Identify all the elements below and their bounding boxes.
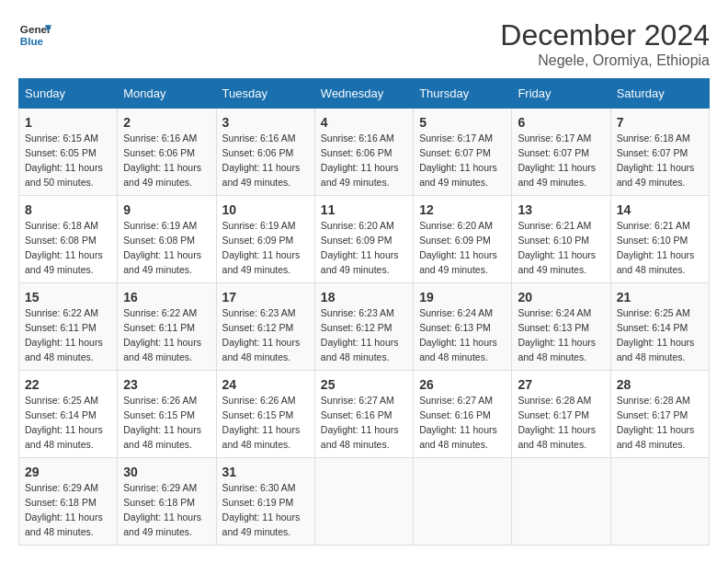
day-number: 18 xyxy=(321,288,407,306)
day-number: 27 xyxy=(518,375,604,394)
day-number: 5 xyxy=(419,113,506,132)
calendar-cell: 9Sunrise: 6:19 AM Sunset: 6:08 PM Daylig… xyxy=(118,196,216,283)
calendar-cell: 7Sunrise: 6:18 AM Sunset: 6:07 PM Daylig… xyxy=(610,109,709,196)
day-info: Sunrise: 6:18 AM Sunset: 6:07 PM Dayligh… xyxy=(617,132,695,188)
svg-text:General: General xyxy=(20,23,51,35)
day-number: 21 xyxy=(617,288,703,306)
day-number: 28 xyxy=(617,375,703,394)
weekday-header-row: SundayMondayTuesdayWednesdayThursdayFrid… xyxy=(19,79,710,109)
title-block: December 2024 Negele, Oromiya, Ethiopia xyxy=(500,18,710,69)
day-number: 12 xyxy=(419,201,506,219)
day-info: Sunrise: 6:27 AM Sunset: 6:16 PM Dayligh… xyxy=(321,395,399,450)
day-info: Sunrise: 6:15 AM Sunset: 6:05 PM Dayligh… xyxy=(25,132,103,188)
logo-icon: General Blue xyxy=(18,18,51,52)
day-number: 1 xyxy=(25,113,111,132)
day-number: 17 xyxy=(222,288,309,306)
day-info: Sunrise: 6:18 AM Sunset: 6:08 PM Dayligh… xyxy=(25,220,103,275)
calendar-table: SundayMondayTuesdayWednesdayThursdayFrid… xyxy=(18,78,710,546)
day-number: 16 xyxy=(123,288,210,306)
day-info: Sunrise: 6:24 AM Sunset: 6:13 PM Dayligh… xyxy=(518,307,596,362)
svg-text:Blue: Blue xyxy=(20,35,44,47)
weekday-header: Friday xyxy=(512,79,610,109)
day-number: 7 xyxy=(617,113,703,132)
day-info: Sunrise: 6:22 AM Sunset: 6:11 PM Dayligh… xyxy=(123,307,201,362)
day-info: Sunrise: 6:28 AM Sunset: 6:17 PM Dayligh… xyxy=(617,395,695,450)
calendar-cell: 3Sunrise: 6:16 AM Sunset: 6:06 PM Daylig… xyxy=(216,109,314,196)
calendar-week-row: 15Sunrise: 6:22 AM Sunset: 6:11 PM Dayli… xyxy=(19,283,710,371)
calendar-week-row: 8Sunrise: 6:18 AM Sunset: 6:08 PM Daylig… xyxy=(19,196,710,283)
day-info: Sunrise: 6:22 AM Sunset: 6:11 PM Dayligh… xyxy=(25,307,103,362)
weekday-header: Wednesday xyxy=(314,79,413,109)
day-info: Sunrise: 6:26 AM Sunset: 6:15 PM Dayligh… xyxy=(123,395,201,450)
calendar-cell: 2Sunrise: 6:16 AM Sunset: 6:06 PM Daylig… xyxy=(118,109,216,196)
day-number: 29 xyxy=(25,463,111,481)
calendar-cell xyxy=(610,458,709,546)
calendar-cell: 27Sunrise: 6:28 AM Sunset: 6:17 PM Dayli… xyxy=(512,371,610,458)
calendar-cell: 15Sunrise: 6:22 AM Sunset: 6:11 PM Dayli… xyxy=(19,283,118,371)
day-number: 8 xyxy=(25,201,111,219)
calendar-cell: 31Sunrise: 6:30 AM Sunset: 6:19 PM Dayli… xyxy=(216,458,314,546)
day-number: 26 xyxy=(419,375,506,394)
calendar-cell: 24Sunrise: 6:26 AM Sunset: 6:15 PM Dayli… xyxy=(216,371,314,458)
day-number: 14 xyxy=(617,201,703,219)
day-info: Sunrise: 6:20 AM Sunset: 6:09 PM Dayligh… xyxy=(321,220,399,275)
day-number: 25 xyxy=(321,375,407,394)
day-info: Sunrise: 6:27 AM Sunset: 6:16 PM Dayligh… xyxy=(419,395,497,450)
calendar-week-row: 1Sunrise: 6:15 AM Sunset: 6:05 PM Daylig… xyxy=(19,109,710,196)
page-header: General Blue December 2024 Negele, Oromi… xyxy=(18,18,710,69)
weekday-header: Sunday xyxy=(19,79,118,109)
day-number: 19 xyxy=(419,288,506,306)
day-info: Sunrise: 6:24 AM Sunset: 6:13 PM Dayligh… xyxy=(419,307,497,362)
day-info: Sunrise: 6:19 AM Sunset: 6:09 PM Dayligh… xyxy=(222,220,301,275)
calendar-cell: 16Sunrise: 6:22 AM Sunset: 6:11 PM Dayli… xyxy=(118,283,216,371)
calendar-cell: 14Sunrise: 6:21 AM Sunset: 6:10 PM Dayli… xyxy=(610,196,709,283)
calendar-cell xyxy=(414,458,512,546)
calendar-cell: 25Sunrise: 6:27 AM Sunset: 6:16 PM Dayli… xyxy=(314,371,413,458)
day-number: 4 xyxy=(321,113,407,132)
day-info: Sunrise: 6:17 AM Sunset: 6:07 PM Dayligh… xyxy=(518,132,596,188)
calendar-cell: 18Sunrise: 6:23 AM Sunset: 6:12 PM Dayli… xyxy=(314,283,413,371)
day-info: Sunrise: 6:17 AM Sunset: 6:07 PM Dayligh… xyxy=(419,132,497,188)
logo: General Blue xyxy=(18,18,51,52)
day-number: 2 xyxy=(123,113,210,132)
day-info: Sunrise: 6:21 AM Sunset: 6:10 PM Dayligh… xyxy=(617,220,695,275)
day-number: 9 xyxy=(123,201,210,219)
day-info: Sunrise: 6:21 AM Sunset: 6:10 PM Dayligh… xyxy=(518,220,596,275)
calendar-cell: 1Sunrise: 6:15 AM Sunset: 6:05 PM Daylig… xyxy=(19,109,118,196)
calendar-cell: 8Sunrise: 6:18 AM Sunset: 6:08 PM Daylig… xyxy=(19,196,118,283)
day-info: Sunrise: 6:29 AM Sunset: 6:18 PM Dayligh… xyxy=(25,482,103,537)
calendar-cell: 11Sunrise: 6:20 AM Sunset: 6:09 PM Dayli… xyxy=(314,196,413,283)
calendar-week-row: 22Sunrise: 6:25 AM Sunset: 6:14 PM Dayli… xyxy=(19,371,710,458)
day-info: Sunrise: 6:23 AM Sunset: 6:12 PM Dayligh… xyxy=(222,307,301,362)
day-number: 6 xyxy=(518,113,604,132)
weekday-header: Saturday xyxy=(610,79,709,109)
weekday-header: Thursday xyxy=(414,79,512,109)
weekday-header: Tuesday xyxy=(216,79,314,109)
calendar-cell: 23Sunrise: 6:26 AM Sunset: 6:15 PM Dayli… xyxy=(118,371,216,458)
weekday-header: Monday xyxy=(118,79,216,109)
day-number: 13 xyxy=(518,201,604,219)
day-info: Sunrise: 6:16 AM Sunset: 6:06 PM Dayligh… xyxy=(123,132,201,188)
calendar-cell: 12Sunrise: 6:20 AM Sunset: 6:09 PM Dayli… xyxy=(414,196,512,283)
day-number: 24 xyxy=(222,375,309,394)
calendar-cell: 21Sunrise: 6:25 AM Sunset: 6:14 PM Dayli… xyxy=(610,283,709,371)
day-info: Sunrise: 6:29 AM Sunset: 6:18 PM Dayligh… xyxy=(123,482,201,537)
calendar-cell: 10Sunrise: 6:19 AM Sunset: 6:09 PM Dayli… xyxy=(216,196,314,283)
day-number: 23 xyxy=(123,375,210,394)
calendar-cell: 19Sunrise: 6:24 AM Sunset: 6:13 PM Dayli… xyxy=(414,283,512,371)
calendar-cell: 26Sunrise: 6:27 AM Sunset: 6:16 PM Dayli… xyxy=(414,371,512,458)
calendar-week-row: 29Sunrise: 6:29 AM Sunset: 6:18 PM Dayli… xyxy=(19,458,710,546)
day-info: Sunrise: 6:25 AM Sunset: 6:14 PM Dayligh… xyxy=(25,395,103,450)
day-info: Sunrise: 6:25 AM Sunset: 6:14 PM Dayligh… xyxy=(617,307,695,362)
calendar-cell xyxy=(314,458,413,546)
day-info: Sunrise: 6:16 AM Sunset: 6:06 PM Dayligh… xyxy=(321,132,399,188)
calendar-cell: 30Sunrise: 6:29 AM Sunset: 6:18 PM Dayli… xyxy=(118,458,216,546)
day-number: 11 xyxy=(321,201,407,219)
day-info: Sunrise: 6:30 AM Sunset: 6:19 PM Dayligh… xyxy=(222,482,301,537)
calendar-cell: 4Sunrise: 6:16 AM Sunset: 6:06 PM Daylig… xyxy=(314,109,413,196)
day-number: 31 xyxy=(222,463,309,481)
page-subtitle: Negele, Oromiya, Ethiopia xyxy=(500,52,710,69)
day-number: 20 xyxy=(518,288,604,306)
day-info: Sunrise: 6:16 AM Sunset: 6:06 PM Dayligh… xyxy=(222,132,301,188)
calendar-cell xyxy=(512,458,610,546)
